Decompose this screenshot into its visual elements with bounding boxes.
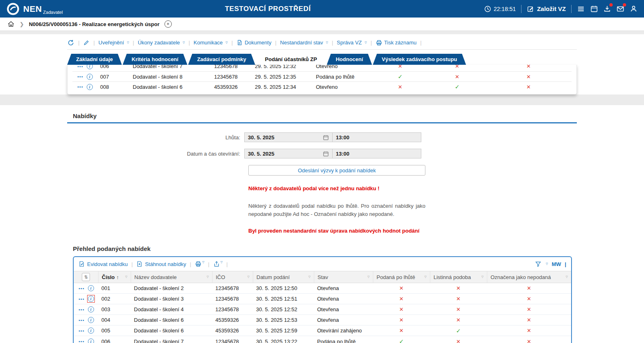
row-menu-icon[interactable]: ••• [77,84,83,89]
deadline-date-input[interactable]: 30. 5. 2025 [245,133,333,142]
row-info-button[interactable]: i [87,316,95,324]
row-menu-icon[interactable]: ••• [79,339,85,343]
toolbar-item-tisk-zaznamu[interactable]: Tisk záznamu [376,40,417,46]
deadline-time-input[interactable]: 13:00 [333,133,421,142]
export-table-button[interactable]: ▽ [213,261,223,267]
row-menu-icon[interactable]: ••• [77,65,83,69]
tab-zakladni-udaje[interactable]: Základní údaje [67,54,122,65]
breadcrumb-record[interactable]: N006/25/V00005136 - Realizace energetick… [29,21,160,27]
toolbar-item-sprava-vz[interactable]: Správa VZ▽ [337,40,367,46]
offer-row-003[interactable]: •••i003Dodavatel - školení 41234567830. … [74,304,571,315]
dropdown-arrow-icon: ▽ [127,41,129,44]
row-actions: •••i [72,73,97,81]
calendar-small-icon[interactable] [323,134,329,141]
history-button[interactable] [67,39,74,46]
create-vz-button[interactable]: Založit VZ [527,5,566,13]
col-header-listinna-podoba[interactable]: Listinná podoba▽ [430,271,487,283]
menu-button[interactable] [577,5,585,13]
offer-row-006[interactable]: •••i006Dodavatel - školení 71234567830. … [74,336,571,343]
toolbar-item-ukony-zadavatele[interactable]: Úkony zadavatele▽ [138,40,185,46]
view-dropdown-icon[interactable]: ▽ [546,262,548,266]
row-info-button[interactable]: i [87,306,95,313]
participant-row-006[interactable]: •••i006Dodavatel - školení 71234567829. … [72,65,572,71]
offer-row-004[interactable]: •••i004Dodavatel - školení 64535932630. … [74,315,571,325]
toolbar-item-komunikace[interactable]: Komunikace▽ [194,40,228,46]
column-filter-icon[interactable]: ▽ [309,275,311,279]
toolbar-item-nestandardni-stav[interactable]: Nestandardní stav▽ [280,40,328,46]
send-invite-button[interactable]: Odeslání výzvy k podání nabídek [248,165,425,176]
row-menu-icon[interactable]: ••• [79,286,85,291]
opening-date-input[interactable]: 30. 5. 2025 [245,149,333,158]
row-info-button[interactable]: i [87,295,95,303]
download-offers-button[interactable]: Stáhnout nabídky [136,261,186,267]
filter-button[interactable] [535,261,541,267]
column-filter-icon[interactable]: ▽ [368,275,370,279]
messages-button[interactable] [616,5,624,13]
opening-time-input[interactable]: 13:00 [333,149,421,158]
paper-form-flag: ✕ [430,285,487,291]
close-record-icon[interactable]: ✕ [164,20,172,28]
row-menu-icon[interactable]: ••• [79,297,85,301]
tab-kriteria-hodnoceni[interactable]: Kritéria hodnocení [123,54,187,65]
row-info-button[interactable]: i [86,65,94,70]
tab-podani-ucastniku-zp[interactable]: Podání účastníků ZP [256,54,326,65]
col-label: Podaná po lhůtě [377,274,415,280]
col-header-tools[interactable]: ⇅ [74,271,98,283]
home-icon[interactable] [7,20,15,28]
col-header-ico[interactable]: IČO▽ [212,271,253,283]
downloads-button[interactable] [603,5,611,13]
info-icon: i [88,339,94,343]
column-filter-icon[interactable]: ▽ [207,275,209,279]
calendar-button[interactable] [590,5,598,13]
column-filter-icon[interactable]: ▽ [566,275,568,279]
row-menu-icon[interactable]: ••• [77,74,83,79]
row-actions: •••i [74,316,98,324]
tab-zadavaci-podminky[interactable]: Zadávací podmínky [188,54,255,65]
row-info-button[interactable]: i [87,338,95,343]
participants-table: •••i006Dodavatel - školení 71234567829. … [67,65,577,95]
column-filter-icon[interactable]: ▽ [425,275,427,279]
cross-icon: ✕ [527,296,531,302]
row-info-button[interactable]: i [87,284,95,292]
offer-row-002[interactable]: •••i002Dodavatel - školení 31234567830. … [74,294,571,304]
col-header-datum-podani[interactable]: Datum podání▽ [253,271,314,283]
paper-form-flag: ✕ [430,306,487,312]
calendar-small-icon[interactable] [323,151,329,157]
print-table-button[interactable]: ▽ [195,261,204,267]
download-offers-icon [136,261,143,267]
participant-row-008[interactable]: •••i008Dodavatel - školení 64535932629. … [72,81,572,92]
tab-vysledek-zadavaciho-postupu[interactable]: Výsledek zadávacího postupu [373,54,466,65]
row-menu-icon[interactable]: ••• [79,318,85,323]
column-filter-icon[interactable]: ▽ [248,275,250,279]
offers-form: Lhůta: 30. 5. 2025 13:00 Datum a čas ote… [67,132,577,158]
toolbar-item-dokumenty[interactable]: Dokumenty [237,40,272,46]
sort-settings-icon[interactable]: ⇅ [82,273,90,281]
col-header-cislo[interactable]: Číslo↑▽ [98,271,131,283]
view-mw-label[interactable]: MW [552,261,561,267]
supplier-ico: 45359326 [212,317,253,323]
register-offer-button[interactable]: Evidovat nabídku [79,261,128,267]
row-info-button[interactable]: i [86,83,94,91]
column-filter-icon[interactable]: ▽ [125,275,127,279]
edit-record-button[interactable] [83,40,90,46]
funnel-icon [535,261,541,267]
row-info-button[interactable]: i [86,73,94,81]
row-info-button[interactable]: i [87,327,95,334]
offer-row-005[interactable]: •••i005Dodavatel - školení 64535932630. … [74,325,571,336]
column-filter-icon[interactable]: ▽ [482,275,484,279]
col-header-oznacena-jako-nepodana[interactable]: Označena jako nepodaná▽ [487,271,571,283]
col-header-podana-po-lhute[interactable]: Podaná po lhůtě▽ [373,271,430,283]
offer-row-001[interactable]: •••i001Dodavatel - školení 21234567830. … [74,283,571,294]
toolbar-item-label: Nestandardní stav [280,40,323,46]
toolbar-item-uverejneni[interactable]: Uveřejnění▽ [99,40,129,46]
col-header-stav[interactable]: Stav▽ [314,271,373,283]
tab-hodnoceni[interactable]: Hodnocení [327,54,372,65]
participant-row-007[interactable]: •••i007Dodavatel - školení 81234567829. … [72,71,572,81]
offer-status: Podána po lhůtě [313,74,372,80]
row-menu-icon[interactable]: ••• [79,328,85,333]
col-header-nazev-dodavatele[interactable]: Název dodavatele▽ [131,271,212,283]
row-menu-icon[interactable]: ••• [79,307,85,312]
deadline-date-value: 30. 5. 2025 [248,134,274,141]
offers-panel: Nabídky Lhůta: 30. 5. 2025 13:00 [0,105,644,343]
profile-button[interactable] [630,5,637,13]
